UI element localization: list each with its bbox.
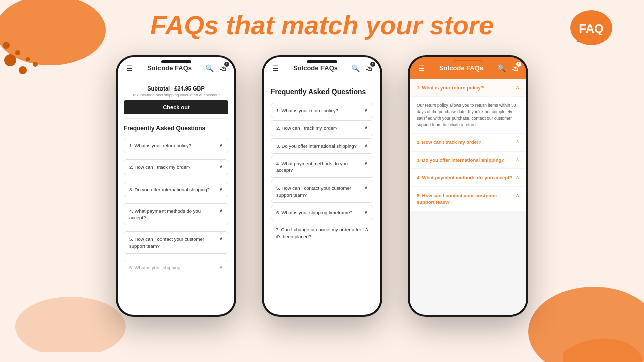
chevron-icon: ∧ xyxy=(219,142,223,148)
chevron-icon: ∧ xyxy=(364,107,368,113)
chevron-icon: ∧ xyxy=(516,139,519,144)
subtotal-subtext: Tax included and shipping calculated at … xyxy=(124,93,228,97)
chevron-icon: ∧ xyxy=(364,125,368,130)
phone-2-notch xyxy=(307,60,337,63)
svg-point-4 xyxy=(3,42,10,49)
faq-item[interactable]: 2. How can I track my order? ∧ xyxy=(124,159,228,175)
faq-item[interactable]: 5. How can I contact your customer suppo… xyxy=(410,187,526,211)
phone-1-content: Subtotal £24.95 GBP Tax included and shi… xyxy=(118,79,234,315)
phone-2-content: Frequently Asked Questions 1. What is yo… xyxy=(264,79,380,315)
faq-item[interactable]: 3. Do you offer international shipping? … xyxy=(410,152,526,168)
faq-item[interactable]: 1. What is your return policy? ∧ xyxy=(271,103,373,118)
phone-1-nav-icons: 🔍 🛍 1 xyxy=(205,64,227,73)
chevron-icon: ∧ xyxy=(219,164,223,169)
svg-text:FAQ: FAQ xyxy=(579,22,603,35)
faq-item[interactable]: 2. How can I track my order? ∧ xyxy=(410,134,526,150)
phone-2-nav-title: Solcode FAQs xyxy=(293,64,338,72)
main-title: FAQs that match your store xyxy=(0,10,644,40)
faq-item[interactable]: 4. What payment methods do you accept? ∧ xyxy=(124,203,228,226)
cart-icon[interactable]: 🛍 1 xyxy=(364,64,373,73)
phone-3: ☰ Solcode FAQs 🔍 🛍 1 1. What is your ret… xyxy=(408,55,528,317)
subtotal-section: Subtotal £24.95 GBP Tax included and shi… xyxy=(124,85,228,119)
phone-2-nav-icons: 🔍 🛍 1 xyxy=(351,64,373,73)
chevron-icon: ∧ xyxy=(364,143,368,148)
chevron-icon: ∧ xyxy=(516,84,519,90)
chevron-icon: ∧ xyxy=(365,226,368,232)
faq-badge-icon: FAQ xyxy=(569,8,614,48)
cart-badge-dot: 1 xyxy=(370,62,375,67)
phone-3-nav-icons: 🔍 🛍 1 xyxy=(497,64,519,73)
faq-item[interactable]: 4. What payment methods do you accept? ∧ xyxy=(271,156,373,178)
subtotal-row: Subtotal £24.95 GBP xyxy=(124,85,228,92)
faq-item[interactable]: 4. What payment methods do you accept? ∧ xyxy=(410,169,526,186)
chevron-icon: ∧ xyxy=(364,185,368,190)
cart-icon[interactable]: 🛍 1 xyxy=(218,64,227,73)
chevron-icon: ∧ xyxy=(364,160,368,166)
chevron-icon: ∧ xyxy=(219,236,223,241)
search-icon[interactable]: 🔍 xyxy=(497,64,506,73)
search-icon[interactable]: 🔍 xyxy=(205,64,214,73)
search-icon[interactable]: 🔍 xyxy=(351,64,360,73)
page-header: FAQs that match your store xyxy=(0,10,644,40)
phone-3-notch xyxy=(453,60,483,63)
phone-1-nav-title: Solcode FAQs xyxy=(147,64,192,72)
cart-badge-dot: 1 xyxy=(224,62,229,67)
chevron-icon: ∧ xyxy=(516,157,519,162)
phone-3-content: 1. What is your return policy? ∧ Our ret… xyxy=(410,79,526,315)
menu-icon[interactable]: ☰ xyxy=(125,64,134,73)
faq-item[interactable]: 5. How can I contact your customer suppo… xyxy=(124,231,228,254)
chevron-icon: ∧ xyxy=(219,208,223,213)
faq-answer: Our return policy allows you to return i… xyxy=(410,97,526,133)
faq-item[interactable]: 6. What is your shipping timeframe? ∧ xyxy=(271,205,373,220)
phone-2: ☰ Solcode FAQs 🔍 🛍 1 Frequently Asked Qu… xyxy=(262,55,382,317)
chevron-icon: ∧ xyxy=(219,186,223,192)
phone-2-page-title: Frequently Asked Questions xyxy=(271,87,373,96)
menu-icon[interactable]: ☰ xyxy=(417,64,426,73)
faq-item[interactable]: 5. How can I contact your customer suppo… xyxy=(271,180,373,203)
chevron-icon: ∧ xyxy=(516,174,519,180)
phone-1-notch xyxy=(161,60,191,63)
menu-icon[interactable]: ☰ xyxy=(271,64,280,73)
phone-3-nav-title: Solcode FAQs xyxy=(439,64,484,72)
cart-badge-dot: 1 xyxy=(516,62,521,67)
faq-item[interactable]: 3. Do you offer international shipping? … xyxy=(124,182,228,197)
faq-item[interactable]: 2. How can I track my order? ∧ xyxy=(271,120,373,136)
faq-item[interactable]: 1. What is your return policy? ∧ xyxy=(124,138,228,153)
faq-item[interactable]: 3. Do you offer international shipping? … xyxy=(271,138,373,154)
faq-item[interactable]: 1. What is your return policy? ∧ xyxy=(410,79,526,96)
faq-item[interactable]: 6. What is your shipping... ∧ xyxy=(124,260,228,275)
chevron-icon: ∧ xyxy=(364,209,368,215)
cart-icon[interactable]: 🛍 1 xyxy=(510,64,519,73)
faq-item[interactable]: 7. Can I change or cancel my order after… xyxy=(271,222,373,244)
checkout-button[interactable]: Check out xyxy=(124,100,228,114)
phone-1: ☰ Solcode FAQs 🔍 🛍 1 Subtotal £24.95 GBP xyxy=(116,55,236,317)
chevron-icon: ∧ xyxy=(219,264,223,270)
chevron-icon: ∧ xyxy=(516,192,519,198)
phone-1-section-title: Frequently Asked Questions xyxy=(124,125,228,132)
phones-container: ☰ Solcode FAQs 🔍 🛍 1 Subtotal £24.95 GBP xyxy=(0,55,644,317)
svg-point-5 xyxy=(15,50,20,55)
